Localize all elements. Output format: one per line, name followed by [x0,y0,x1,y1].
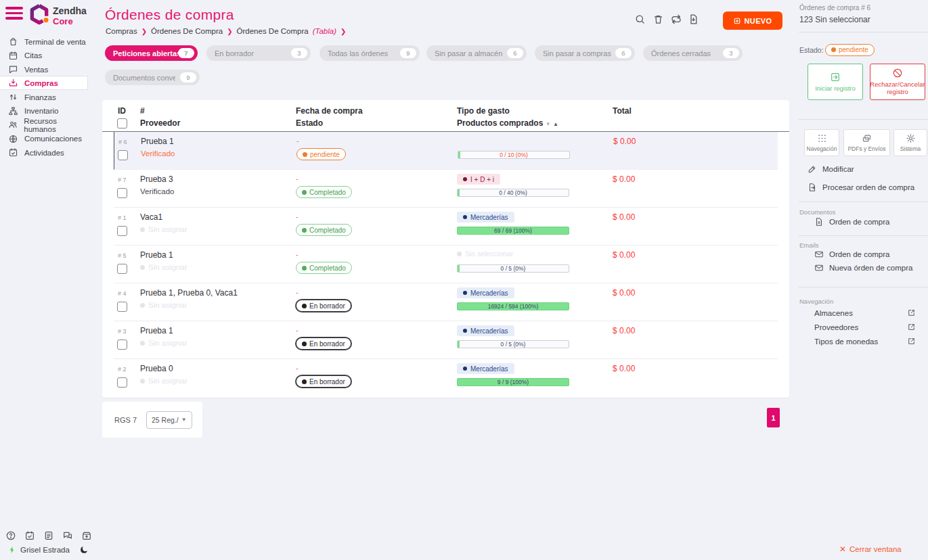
sidebar-item-compras[interactable]: Compras [0,76,88,90]
divider [799,287,928,287]
per-page-select[interactable]: 25 Reg./▼ [146,411,192,429]
row-checkbox[interactable] [117,302,127,312]
nav-almacenes-link[interactable]: Almacenes [814,308,916,317]
row-id: # 2 [118,366,127,373]
progress-bar: 0 / 5 (0%) [457,340,569,348]
sidebar-item-inventario[interactable]: Inventario [0,104,88,118]
filter-sin-pasar-compras[interactable]: Sin pasar a compras6 [535,45,635,61]
box-icon[interactable] [81,530,92,541]
row-id: # 3 [118,328,127,335]
sidebar-item-comunicaciones[interactable]: Comunicaciones [0,132,88,146]
col-header-productos[interactable]: Productos comprados ▼ ▲ [457,118,558,128]
row-total: $ 0.00 [613,364,635,373]
sidebar-item-recursos-humanos[interactable]: Recursos humanos [0,118,88,132]
moon-icon[interactable] [79,545,89,555]
hamburger-menu-icon[interactable] [5,7,23,20]
status-badge: En borrador [296,300,351,312]
sidebar-item-finanzas[interactable]: Finanzas [0,90,88,104]
sidebar-item-citas[interactable]: Citas [0,49,88,63]
org-chart-icon [8,106,18,116]
sidebar-item-actividades[interactable]: Actividades [0,145,88,160]
sidebar-item-terminal-de-venta[interactable]: Terminal de venta [0,34,88,49]
table-row[interactable]: # 2 Prueba 0 Sin asignar - En borrador M… [114,359,778,397]
progress-bar: 0 / 10 (0%) [458,151,570,159]
email-nueva-orden-link[interactable]: Nueva órden de compra [814,263,912,273]
col-header-num[interactable]: # [140,106,145,116]
transfer-icon[interactable] [670,14,682,25]
modificar-link[interactable]: Modificar [808,164,854,174]
nav-tipos-de-monedas-link[interactable]: Tipos de monedas [814,337,916,346]
row-checkbox[interactable] [117,264,127,274]
sort-asc-icon[interactable]: ▲ [553,121,558,127]
calendar-check-icon[interactable] [24,530,35,541]
tab-pdfs-envios[interactable]: PDFs y Envíos [843,129,890,156]
sidebar-item-label: Finanzas [24,93,56,101]
row-proveedor: Prueba 3 [140,174,173,184]
table-row[interactable]: # 4 Prueba 1, Prueba 0, Vaca1 Sin asigna… [114,283,778,321]
row-substatus: Sin asignar [140,263,187,271]
page-title: Órdenes de compra [105,7,234,23]
table-row[interactable]: # 3 Prueba 1 Sin asignar - En borrador M… [114,321,778,359]
file-export-icon[interactable] [688,14,699,25]
row-checkbox[interactable] [117,377,127,388]
email-orden-de-compra-link[interactable]: Orden de compra [814,250,890,259]
navegacion-section-label: Navegación [799,298,833,305]
sort-desc-icon[interactable]: ▼ [546,121,551,127]
filter-sin-pasar-almacen[interactable]: Sin pasar a almacén6 [426,45,527,61]
divider [799,202,928,202]
table-row[interactable]: # 5 Prueba 1 Sin asignar - Completado Si… [114,246,778,283]
rechazar-cancelar-button[interactable]: Rechazar/Cancelar registro [870,64,925,100]
col-header-total[interactable]: Total [613,106,632,116]
chat-bubbles-icon[interactable] [62,530,73,541]
help-icon[interactable] [5,530,16,541]
select-all-checkbox[interactable] [117,118,127,129]
gear-icon [906,133,916,143]
filter-ordenes-cerradas[interactable]: Órdenes cerradas3 [643,45,743,61]
row-checkbox[interactable] [117,340,127,350]
row-substatus: Sin asignar [140,301,187,309]
arrow-box-icon [830,72,841,83]
panel-selection: 123 Sin seleccionar [799,15,870,24]
cerrar-ventana-button[interactable]: ✕ Cerrar ventana [839,544,902,554]
table-row[interactable]: # 6 Prueba 1 Verificado - pendiente 0 / … [114,132,778,170]
row-checkbox[interactable] [117,188,127,198]
new-button[interactable]: NUEVO [723,11,782,30]
procesar-orden-link[interactable]: Procesar orden de compra [808,183,914,192]
iniciar-registro-button[interactable]: Iniciar registro [808,64,863,100]
row-proveedor: Prueba 1 [140,250,173,260]
page-number-button[interactable]: 1 [767,408,780,427]
status-badge: Completado [296,224,352,236]
table-row[interactable]: # 1 Vaca1 Sin asignar - Completado Merca… [114,208,778,246]
filter-count: 7 [178,48,194,58]
search-icon[interactable] [634,14,646,25]
row-total: $ 0.00 [613,326,635,335]
col-header-fecha[interactable]: Fecha de compra [296,106,363,116]
filter-documentos-convertidos[interactable]: Documentos convertid9 [105,70,200,85]
filter-en-borrador[interactable]: En borrador3 [206,45,311,61]
notes-icon[interactable] [43,530,54,541]
filter-todas-las-ordenes[interactable]: Todas las órdenes9 [319,45,420,61]
filter-peticiones-abiertas[interactable]: Peticiones abiertas7 [105,45,198,61]
breadcrumb-item[interactable]: Compras [106,27,137,35]
col-header-proveedor[interactable]: Proveedor [140,118,180,128]
envelope-icon [814,263,824,273]
breadcrumb-item[interactable]: Órdenes De Compra [237,27,309,35]
divider [799,119,928,120]
expense-tag: I + D + i [457,174,500,185]
row-total: $ 0.00 [613,250,635,260]
trash-icon[interactable] [653,14,664,25]
nav-proveedores-link[interactable]: Proveedores [814,323,916,331]
col-header-estado[interactable]: Estado [296,118,323,128]
table-row[interactable]: # 7 Prueba 3 Verificado - Completado I +… [114,170,778,208]
row-id: # 4 [118,290,127,297]
breadcrumb-item[interactable]: Órdenes De Compra [151,27,223,35]
tab-navegacion[interactable]: Navegación [804,129,839,156]
sidebar-item-ventas[interactable]: Ventas [0,62,88,76]
row-checkbox[interactable] [118,150,128,160]
shopping-bag-icon [8,37,18,47]
documento-orden-de-compra-link[interactable]: Orden de compra [814,217,890,227]
row-checkbox[interactable] [117,226,127,236]
col-header-tipo[interactable]: Tipo de gasto [457,106,510,116]
plus-square-icon [733,17,741,25]
tab-sistema[interactable]: Sistema [893,129,927,156]
